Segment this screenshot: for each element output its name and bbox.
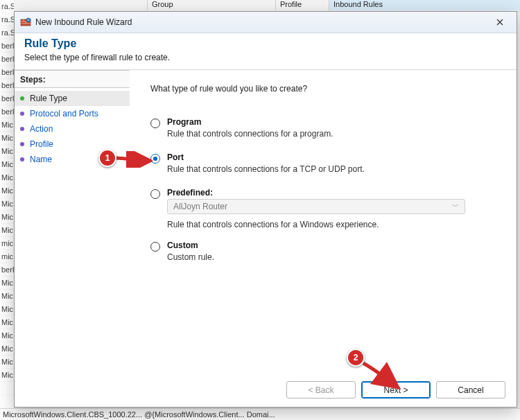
steps-header: Steps: <box>15 70 130 88</box>
option-custom[interactable]: Custom Custom rule. <box>150 240 503 273</box>
wizard-subtitle: Select the type of firewall rule to crea… <box>24 53 507 62</box>
step-bullet-icon <box>20 157 24 161</box>
col-profile: Profile <box>276 0 329 10</box>
option-predefined-label: Predefined: <box>167 188 503 198</box>
firewall-icon <box>20 17 31 28</box>
option-predefined-desc: Rule that controls connections for a Win… <box>167 220 503 229</box>
option-program[interactable]: Program Rule that controls connections f… <box>150 117 503 150</box>
step-rule-type[interactable]: Rule Type <box>15 91 130 106</box>
option-custom-desc: Custom rule. <box>167 252 503 262</box>
option-port-desc: Rule that controls connections for a TCP… <box>167 164 503 174</box>
predefined-selected-value: AllJoyn Router <box>173 202 227 211</box>
bg-status-text: MicrosoftWindows.Client.CBS_1000.22... @… <box>0 408 520 420</box>
close-button[interactable] <box>487 15 512 30</box>
content-panel: What type of rule would you like to crea… <box>130 70 517 407</box>
rule-type-question: What type of rule would you like to crea… <box>150 84 503 94</box>
radio-custom[interactable] <box>150 242 160 252</box>
step-label: Profile <box>30 139 53 149</box>
annotation-arrow-1 <box>114 151 153 168</box>
step-label: Action <box>30 124 53 134</box>
dialog-title: New Inbound Rule Wizard <box>35 17 487 27</box>
step-bullet-icon <box>20 127 24 131</box>
annotation-bubble-2: 2 <box>347 349 365 367</box>
step-label: Protocol and Ports <box>30 109 98 119</box>
radio-program[interactable] <box>150 119 160 128</box>
step-bullet-icon <box>20 142 24 146</box>
wizard-dialog: New Inbound Rule Wizard Rule Type Select… <box>14 11 517 408</box>
step-bullet-icon <box>20 112 24 116</box>
wizard-heading: Rule Type <box>24 37 507 50</box>
annotation-arrow-2 <box>361 360 402 391</box>
col-inbound-rules: Inbound Rules <box>329 0 520 10</box>
wizard-header: Rule Type Select the type of firewall ru… <box>15 33 517 70</box>
option-port-label: Port <box>167 152 503 162</box>
step-profile[interactable]: Profile <box>15 137 130 152</box>
titlebar: New Inbound Rule Wizard <box>15 12 517 33</box>
chevron-down-icon: ﹀ <box>452 202 459 211</box>
option-program-desc: Rule that controls connections for a pro… <box>167 129 503 139</box>
bg-column-headers: Group Profile Inbound Rules <box>0 0 520 12</box>
step-protocol-and-ports[interactable]: Protocol and Ports <box>15 106 130 121</box>
radio-predefined[interactable] <box>150 189 160 199</box>
step-label: Rule Type <box>30 94 67 103</box>
option-custom-label: Custom <box>167 240 503 250</box>
back-button[interactable]: < Back <box>286 381 356 399</box>
cancel-button[interactable]: Cancel <box>436 381 505 399</box>
predefined-select[interactable]: AllJoyn Router ﹀ <box>167 199 465 214</box>
wizard-body: Steps: Rule TypeProtocol and PortsAction… <box>15 70 517 407</box>
annotation-bubble-1: 1 <box>98 149 116 167</box>
rule-type-options: Program Rule that controls connections f… <box>150 117 503 273</box>
step-bullet-icon <box>20 96 24 100</box>
option-port[interactable]: Port Rule that controls connections for … <box>150 152 503 185</box>
col-group: Group <box>148 0 276 10</box>
step-action[interactable]: Action <box>15 121 130 137</box>
step-label: Name <box>30 155 52 164</box>
bg-rule-list-fragment: ra.Sra.Sra.SberlberlberlberlberlberlMicM… <box>0 0 14 420</box>
option-program-label: Program <box>167 117 503 127</box>
option-predefined[interactable]: Predefined: AllJoyn Router ﹀ Rule that c… <box>150 188 503 240</box>
steps-panel: Steps: Rule TypeProtocol and PortsAction… <box>15 70 130 407</box>
col-spacer <box>0 0 148 10</box>
